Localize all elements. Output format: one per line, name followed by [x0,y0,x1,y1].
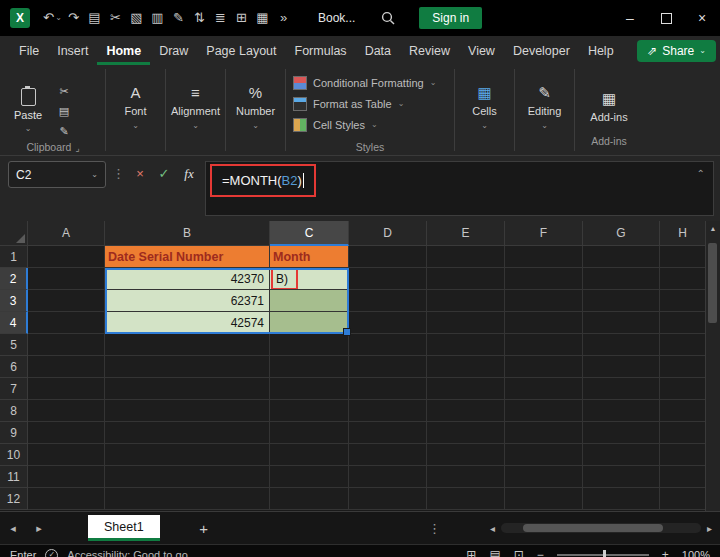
horizontal-scrollbar[interactable]: ◂ ▸ [490,523,712,534]
cell-B7[interactable] [105,378,270,400]
cell-C8[interactable] [270,400,349,422]
cell-B9[interactable] [105,422,270,444]
cell-B2[interactable]: 42370 [105,268,270,290]
column-header-F[interactable]: F [505,221,583,246]
cell-A6[interactable] [28,356,105,378]
cell-B11[interactable] [105,466,270,488]
row-header-5[interactable]: 5 [0,334,28,356]
row-header-2[interactable]: 2 [0,268,28,290]
menu-tab-insert[interactable]: Insert [48,36,97,65]
cell-E3[interactable] [427,290,505,312]
borders-icon[interactable]: ⊞ [231,0,252,36]
sign-in-button[interactable]: Sign in [419,7,482,29]
menu-tab-draw[interactable]: Draw [150,36,197,65]
cell-D4[interactable] [349,312,427,334]
cell-G11[interactable] [583,466,660,488]
cancel-button[interactable]: × [131,161,149,186]
cell-C7[interactable] [270,378,349,400]
cell-G4[interactable] [583,312,660,334]
cell-E5[interactable] [427,334,505,356]
column-header-A[interactable]: A [28,221,105,246]
cell-A3[interactable] [28,290,105,312]
search-icon[interactable] [381,11,395,25]
cell-F4[interactable] [505,312,583,334]
cell-H10[interactable] [660,444,706,466]
zoom-out-icon[interactable]: − [537,548,544,557]
cell-F10[interactable] [505,444,583,466]
ribbon-group-alignment[interactable]: ≡Alignment⌄ [167,65,224,149]
cell-H12[interactable] [660,488,706,510]
cell-F5[interactable] [505,334,583,356]
cell-G3[interactable] [583,290,660,312]
cell-E4[interactable] [427,312,505,334]
cell-E11[interactable] [427,466,505,488]
ribbon-group-editing[interactable]: ✎Editing⌄ [516,65,573,149]
cell-G5[interactable] [583,334,660,356]
menu-tab-file[interactable]: File [10,36,48,65]
row-header-11[interactable]: 11 [0,466,28,488]
cell-B1[interactable]: Date Serial Number [105,246,270,268]
undo-dropdown-icon[interactable]: ⌄ [54,0,63,36]
cell-B8[interactable] [105,400,270,422]
format-painter-icon[interactable]: ✎ [168,0,189,36]
cell-A2[interactable] [28,268,105,290]
copy-icon[interactable]: ▤ [84,0,105,36]
row-header-10[interactable]: 10 [0,444,28,466]
zoom-slider[interactable] [557,554,649,556]
scroll-right-icon[interactable]: ▸ [707,523,712,534]
cell-B6[interactable] [105,356,270,378]
cell-F8[interactable] [505,400,583,422]
column-header-E[interactable]: E [427,221,505,246]
menu-tab-data[interactable]: Data [356,36,400,65]
cell-G2[interactable] [583,268,660,290]
cell-G9[interactable] [583,422,660,444]
cell-D12[interactable] [349,488,427,510]
column-header-H[interactable]: H [660,221,706,246]
addins-group[interactable]: ▦ Add-ins Add-ins [576,65,642,149]
cell-H8[interactable] [660,400,706,422]
select-all-corner[interactable] [0,221,28,246]
table-icon[interactable]: ▦ [252,0,273,36]
scroll-left-icon[interactable]: ◂ [490,523,495,534]
more-commands-icon[interactable]: » [273,0,294,36]
cell-C10[interactable] [270,444,349,466]
format-as-table-button[interactable]: Format as Table ⌄ [293,93,404,114]
cell-A1[interactable] [28,246,105,268]
ribbon-group-cells[interactable]: ▦Cells⌄ [456,65,513,149]
share-button[interactable]: ⇗ Share ⌄ [637,40,716,62]
cell-E6[interactable] [427,356,505,378]
cell-G10[interactable] [583,444,660,466]
menu-tab-developer[interactable]: Developer [504,36,579,65]
cell-E7[interactable] [427,378,505,400]
ribbon-group-font[interactable]: AFont⌄ [107,65,164,149]
cell-A7[interactable] [28,378,105,400]
cell-D7[interactable] [349,378,427,400]
normal-view-icon[interactable]: ⊞ [466,548,476,557]
conditional-formatting-button[interactable]: Conditional Formatting ⌄ [293,72,436,93]
horizontal-scrollbar-thumb[interactable] [523,524,663,532]
cell-C9[interactable] [270,422,349,444]
cell-F3[interactable] [505,290,583,312]
cut-icon[interactable]: ✂ [105,0,126,36]
cell-H5[interactable] [660,334,706,356]
column-header-G[interactable]: G [583,221,660,246]
accessibility-status[interactable]: Accessibility: Good to go [67,549,187,557]
row-header-4[interactable]: 4 [0,312,28,334]
cell-E8[interactable] [427,400,505,422]
cell-H1[interactable] [660,246,706,268]
cell-D3[interactable] [349,290,427,312]
sheet-tab-sheet1[interactable]: Sheet1 [88,515,160,541]
cell-F11[interactable] [505,466,583,488]
cut-icon[interactable]: ✂ [54,85,74,98]
cell-E1[interactable] [427,246,505,268]
cell-C12[interactable] [270,488,349,510]
picture-icon[interactable]: ▧ [126,0,147,36]
cell-H11[interactable] [660,466,706,488]
row-header-7[interactable]: 7 [0,378,28,400]
enter-button[interactable]: ✓ [155,161,173,186]
cell-C5[interactable] [270,334,349,356]
page-layout-view-icon[interactable]: ▤ [489,548,500,557]
cell-C4[interactable] [270,312,349,334]
cell-F12[interactable] [505,488,583,510]
cell-A9[interactable] [28,422,105,444]
